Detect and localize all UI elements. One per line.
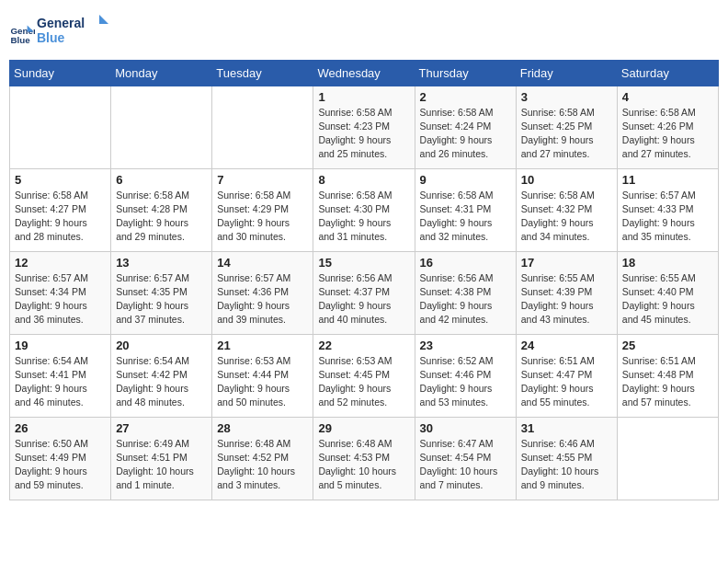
day-number: 15 bbox=[318, 256, 409, 270]
day-number: 16 bbox=[420, 256, 511, 270]
week-row-4: 19Sunrise: 6:54 AM Sunset: 4:41 PM Dayli… bbox=[10, 334, 719, 417]
day-number: 3 bbox=[521, 90, 612, 104]
day-cell: 31Sunrise: 6:46 AM Sunset: 4:55 PM Dayli… bbox=[516, 417, 617, 500]
svg-marker-4 bbox=[99, 15, 108, 24]
day-number: 14 bbox=[217, 256, 308, 270]
svg-text:Blue: Blue bbox=[10, 36, 30, 46]
day-cell: 27Sunrise: 6:49 AM Sunset: 4:51 PM Dayli… bbox=[111, 417, 212, 500]
day-info: Sunrise: 6:50 AM Sunset: 4:49 PM Dayligh… bbox=[15, 437, 106, 493]
day-info: Sunrise: 6:57 AM Sunset: 4:35 PM Dayligh… bbox=[116, 271, 207, 327]
day-number: 30 bbox=[420, 421, 511, 435]
day-info: Sunrise: 6:48 AM Sunset: 4:52 PM Dayligh… bbox=[217, 437, 308, 493]
day-number: 5 bbox=[15, 173, 106, 187]
day-cell: 22Sunrise: 6:53 AM Sunset: 4:45 PM Dayli… bbox=[313, 334, 415, 417]
day-cell: 26Sunrise: 6:50 AM Sunset: 4:49 PM Dayli… bbox=[10, 417, 111, 500]
day-number: 11 bbox=[622, 173, 713, 187]
weekday-wednesday: Wednesday bbox=[313, 60, 415, 86]
day-info: Sunrise: 6:46 AM Sunset: 4:55 PM Dayligh… bbox=[521, 437, 612, 493]
day-cell bbox=[111, 86, 212, 168]
weekday-saturday: Saturday bbox=[617, 60, 718, 86]
logo-text: General Blue bbox=[37, 13, 110, 54]
day-info: Sunrise: 6:54 AM Sunset: 4:41 PM Dayligh… bbox=[15, 354, 106, 410]
day-cell: 30Sunrise: 6:47 AM Sunset: 4:54 PM Dayli… bbox=[415, 417, 516, 500]
day-cell: 19Sunrise: 6:54 AM Sunset: 4:41 PM Dayli… bbox=[10, 334, 111, 417]
svg-text:Blue: Blue bbox=[37, 30, 65, 45]
calendar-table: SundayMondayTuesdayWednesdayThursdayFrid… bbox=[9, 60, 719, 500]
day-number: 8 bbox=[318, 173, 409, 187]
day-cell: 5Sunrise: 6:58 AM Sunset: 4:27 PM Daylig… bbox=[10, 168, 111, 251]
day-number: 20 bbox=[116, 339, 207, 352]
weekday-tuesday: Tuesday bbox=[212, 60, 313, 86]
day-number: 25 bbox=[622, 339, 713, 352]
day-cell: 7Sunrise: 6:58 AM Sunset: 4:29 PM Daylig… bbox=[212, 168, 313, 251]
day-cell: 15Sunrise: 6:56 AM Sunset: 4:37 PM Dayli… bbox=[313, 251, 415, 334]
day-number: 18 bbox=[622, 256, 713, 270]
day-info: Sunrise: 6:48 AM Sunset: 4:53 PM Dayligh… bbox=[318, 437, 409, 493]
day-info: Sunrise: 6:51 AM Sunset: 4:47 PM Dayligh… bbox=[521, 354, 612, 410]
page-header: General Blue General Blue bbox=[9, 9, 719, 54]
logo: General Blue General Blue bbox=[9, 13, 110, 54]
day-cell: 4Sunrise: 6:58 AM Sunset: 4:26 PM Daylig… bbox=[617, 86, 718, 168]
day-cell: 23Sunrise: 6:52 AM Sunset: 4:46 PM Dayli… bbox=[415, 334, 516, 417]
week-row-2: 5Sunrise: 6:58 AM Sunset: 4:27 PM Daylig… bbox=[10, 168, 719, 251]
svg-text:General: General bbox=[37, 16, 85, 30]
day-cell bbox=[617, 417, 718, 500]
day-number: 10 bbox=[521, 173, 612, 187]
day-info: Sunrise: 6:52 AM Sunset: 4:46 PM Dayligh… bbox=[420, 354, 511, 410]
calendar-header: SundayMondayTuesdayWednesdayThursdayFrid… bbox=[10, 60, 719, 86]
day-cell: 3Sunrise: 6:58 AM Sunset: 4:25 PM Daylig… bbox=[516, 86, 617, 168]
week-row-5: 26Sunrise: 6:50 AM Sunset: 4:49 PM Dayli… bbox=[10, 417, 719, 500]
week-row-1: 1Sunrise: 6:58 AM Sunset: 4:23 PM Daylig… bbox=[10, 86, 719, 168]
day-number: 22 bbox=[318, 339, 409, 352]
day-number: 7 bbox=[217, 173, 308, 187]
day-cell: 21Sunrise: 6:53 AM Sunset: 4:44 PM Dayli… bbox=[212, 334, 313, 417]
day-info: Sunrise: 6:58 AM Sunset: 4:31 PM Dayligh… bbox=[420, 189, 511, 245]
day-number: 26 bbox=[15, 421, 106, 435]
day-cell bbox=[212, 86, 313, 168]
day-info: Sunrise: 6:58 AM Sunset: 4:25 PM Dayligh… bbox=[521, 106, 612, 162]
day-number: 2 bbox=[420, 90, 511, 104]
day-cell: 29Sunrise: 6:48 AM Sunset: 4:53 PM Dayli… bbox=[313, 417, 415, 500]
day-info: Sunrise: 6:58 AM Sunset: 4:29 PM Dayligh… bbox=[217, 189, 308, 245]
day-info: Sunrise: 6:55 AM Sunset: 4:39 PM Dayligh… bbox=[521, 271, 612, 327]
day-info: Sunrise: 6:53 AM Sunset: 4:45 PM Dayligh… bbox=[318, 354, 409, 410]
day-number: 4 bbox=[622, 90, 713, 104]
day-number: 24 bbox=[521, 339, 612, 352]
day-info: Sunrise: 6:58 AM Sunset: 4:23 PM Dayligh… bbox=[318, 106, 409, 162]
day-info: Sunrise: 6:51 AM Sunset: 4:48 PM Dayligh… bbox=[622, 354, 713, 410]
day-info: Sunrise: 6:56 AM Sunset: 4:38 PM Dayligh… bbox=[420, 271, 511, 327]
day-info: Sunrise: 6:56 AM Sunset: 4:37 PM Dayligh… bbox=[318, 271, 409, 327]
day-cell: 20Sunrise: 6:54 AM Sunset: 4:42 PM Dayli… bbox=[111, 334, 212, 417]
day-cell: 2Sunrise: 6:58 AM Sunset: 4:24 PM Daylig… bbox=[415, 86, 516, 168]
day-info: Sunrise: 6:57 AM Sunset: 4:34 PM Dayligh… bbox=[15, 271, 106, 327]
weekday-friday: Friday bbox=[516, 60, 617, 86]
week-row-3: 12Sunrise: 6:57 AM Sunset: 4:34 PM Dayli… bbox=[10, 251, 719, 334]
day-info: Sunrise: 6:49 AM Sunset: 4:51 PM Dayligh… bbox=[116, 437, 207, 493]
calendar-body: 1Sunrise: 6:58 AM Sunset: 4:23 PM Daylig… bbox=[10, 86, 719, 500]
day-number: 9 bbox=[420, 173, 511, 187]
day-info: Sunrise: 6:58 AM Sunset: 4:32 PM Dayligh… bbox=[521, 189, 612, 245]
day-cell: 9Sunrise: 6:58 AM Sunset: 4:31 PM Daylig… bbox=[415, 168, 516, 251]
day-cell: 8Sunrise: 6:58 AM Sunset: 4:30 PM Daylig… bbox=[313, 168, 415, 251]
day-info: Sunrise: 6:58 AM Sunset: 4:30 PM Dayligh… bbox=[318, 189, 409, 245]
day-cell: 13Sunrise: 6:57 AM Sunset: 4:35 PM Dayli… bbox=[111, 251, 212, 334]
day-info: Sunrise: 6:47 AM Sunset: 4:54 PM Dayligh… bbox=[420, 437, 511, 493]
day-info: Sunrise: 6:58 AM Sunset: 4:28 PM Dayligh… bbox=[116, 189, 207, 245]
weekday-sunday: Sunday bbox=[10, 60, 111, 86]
weekday-monday: Monday bbox=[111, 60, 212, 86]
day-cell: 28Sunrise: 6:48 AM Sunset: 4:52 PM Dayli… bbox=[212, 417, 313, 500]
day-cell: 12Sunrise: 6:57 AM Sunset: 4:34 PM Dayli… bbox=[10, 251, 111, 334]
day-number: 28 bbox=[217, 421, 308, 435]
day-info: Sunrise: 6:58 AM Sunset: 4:26 PM Dayligh… bbox=[622, 106, 713, 162]
day-cell: 17Sunrise: 6:55 AM Sunset: 4:39 PM Dayli… bbox=[516, 251, 617, 334]
weekday-thursday: Thursday bbox=[415, 60, 516, 86]
day-number: 29 bbox=[318, 421, 409, 435]
day-info: Sunrise: 6:57 AM Sunset: 4:36 PM Dayligh… bbox=[217, 271, 308, 327]
day-number: 6 bbox=[116, 173, 207, 187]
day-number: 31 bbox=[521, 421, 612, 435]
day-cell: 16Sunrise: 6:56 AM Sunset: 4:38 PM Dayli… bbox=[415, 251, 516, 334]
day-number: 1 bbox=[318, 90, 409, 104]
day-info: Sunrise: 6:54 AM Sunset: 4:42 PM Dayligh… bbox=[116, 354, 207, 410]
day-cell: 14Sunrise: 6:57 AM Sunset: 4:36 PM Dayli… bbox=[212, 251, 313, 334]
day-cell: 24Sunrise: 6:51 AM Sunset: 4:47 PM Dayli… bbox=[516, 334, 617, 417]
